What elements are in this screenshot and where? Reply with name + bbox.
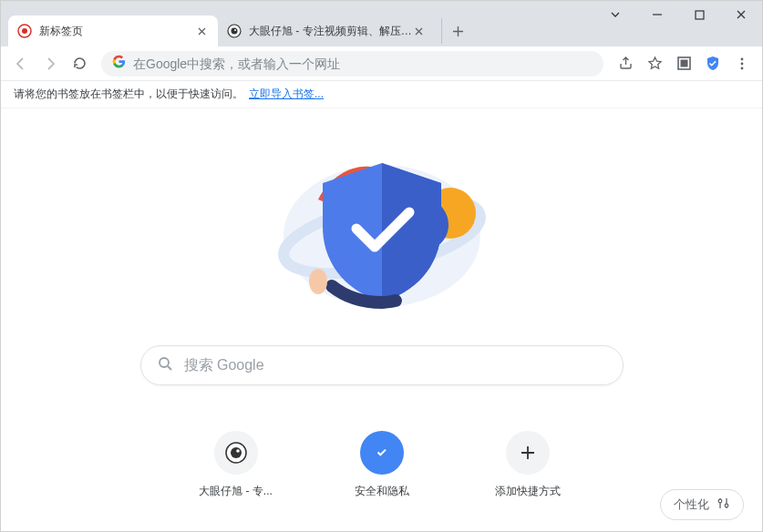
tab-title: 新标签页 [39, 24, 194, 39]
account-icon[interactable] [671, 51, 696, 77]
svg-point-5 [232, 28, 238, 35]
svg-point-6 [234, 29, 236, 31]
search-icon [158, 356, 173, 375]
svg-point-19 [231, 447, 242, 458]
share-icon[interactable] [613, 51, 638, 77]
svg-point-20 [236, 449, 240, 453]
favicon-icon [227, 24, 242, 38]
toolbar [1, 46, 762, 81]
close-window-button[interactable] [720, 1, 762, 28]
menu-icon[interactable] [729, 51, 755, 77]
svg-point-9 [741, 57, 744, 60]
svg-point-11 [741, 66, 744, 69]
shortcuts-row: 大眼仔旭 - 专... 安全和隐私 添加快捷方式 [1, 431, 762, 499]
tab-new[interactable]: 新标签页 [8, 15, 218, 46]
bookmark-star-icon[interactable] [642, 51, 667, 77]
shortcut-label: 添加快捷方式 [495, 484, 561, 499]
svg-point-16 [160, 358, 169, 367]
shortcut-label: 安全和隐私 [355, 484, 409, 499]
svg-point-10 [741, 62, 744, 65]
shield-extension-icon[interactable] [700, 51, 726, 77]
content-area: 大眼仔旭 - 专... 安全和隐私 添加快捷方式 个性化 [1, 108, 762, 532]
svg-point-22 [718, 499, 722, 503]
shield-icon [360, 431, 404, 475]
plus-icon [506, 431, 550, 475]
caret-down-icon[interactable] [594, 1, 636, 28]
omnibox-input[interactable] [133, 56, 593, 71]
close-icon[interactable] [412, 24, 427, 38]
search-input[interactable] [184, 357, 606, 373]
bookmark-hint-text: 请将您的书签放在书签栏中，以便于快速访问。 [14, 87, 243, 102]
shortcut-item[interactable]: 大眼仔旭 - 专... [191, 431, 282, 499]
customize-label: 个性化 [674, 496, 709, 513]
svg-line-17 [168, 366, 171, 370]
minimize-button[interactable] [636, 1, 678, 28]
bookmark-hint-bar: 请将您的书签放在书签栏中，以便于快速访问。 立即导入书签... [1, 81, 762, 108]
svg-rect-1 [696, 11, 704, 19]
new-tab-button[interactable] [441, 18, 467, 44]
tab-title: 大眼仔旭 - 专注视频剪辑、解压… [249, 24, 412, 39]
reload-button[interactable] [67, 51, 92, 77]
search-box[interactable] [140, 345, 624, 385]
sliders-icon [717, 496, 730, 513]
shortcut-label: 大眼仔旭 - 专... [199, 484, 273, 499]
maximize-button[interactable] [678, 1, 720, 28]
back-button[interactable] [8, 51, 34, 77]
tab-other[interactable]: 大眼仔旭 - 专注视频剪辑、解压… [218, 15, 436, 46]
svg-rect-8 [680, 60, 687, 67]
import-bookmarks-link[interactable]: 立即导入书签... [249, 87, 324, 102]
favicon-icon [17, 24, 32, 38]
hero-illustration [1, 145, 762, 318]
shortcut-add[interactable]: 添加快捷方式 [482, 431, 573, 499]
forward-button[interactable] [37, 51, 63, 77]
eye-icon [214, 431, 258, 475]
google-g-icon [112, 55, 126, 72]
svg-point-24 [725, 504, 728, 507]
customize-button[interactable]: 个性化 [660, 489, 744, 520]
address-bar[interactable] [101, 51, 603, 77]
close-icon[interactable] [194, 24, 209, 38]
shortcut-item[interactable]: 安全和隐私 [336, 431, 428, 499]
svg-point-15 [309, 269, 327, 294]
svg-point-3 [22, 28, 27, 34]
